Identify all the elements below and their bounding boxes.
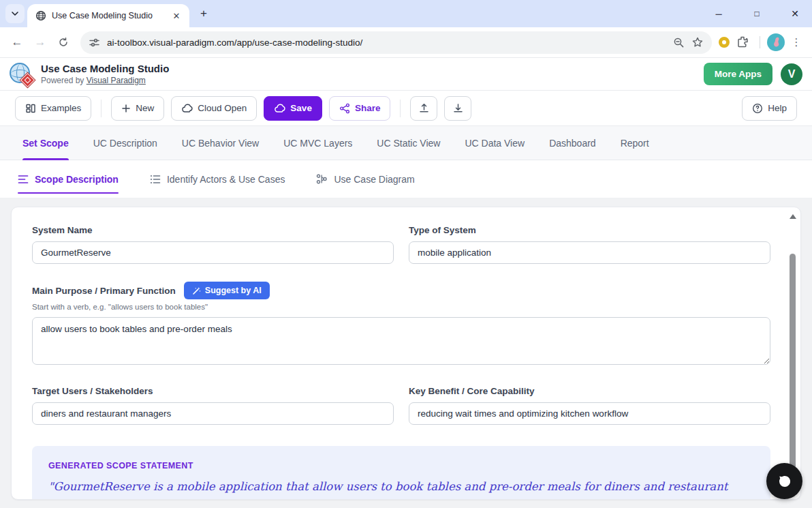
reload-icon[interactable] [53,32,74,53]
new-button[interactable]: New [111,96,164,121]
type-of-system-label: Type of System [409,225,770,235]
sub-tab-bar: Scope Description Identify Actors & Use … [0,160,812,198]
back-icon[interactable]: ← [7,32,27,53]
system-name-input[interactable] [32,241,394,264]
key-benefit-field-group: Key Benefit / Core Capability [409,386,770,425]
tab-uc-data-view[interactable]: UC Data View [465,126,525,160]
main-purpose-textarea[interactable]: allow users to book tables and pre-order… [32,317,770,365]
new-label: New [136,103,154,113]
tab-uc-mvc-layers[interactable]: UC MVC Layers [283,126,352,160]
scope-statement-text: "GourmetReserve is a mobile application … [48,478,754,500]
toolbar-separator [101,100,102,117]
save-label: Save [290,103,312,113]
share-icon [339,103,350,114]
system-name-label: System Name [32,225,394,235]
user-avatar[interactable]: V [781,63,802,85]
help-icon [752,103,763,114]
content-area: System Name Type of System Main Purpose … [0,198,812,508]
reload-glyph-icon [58,37,69,48]
browser-toolbar: ← → ai-toolbox.visual-paradigm.com/app/u… [0,27,812,58]
diagram-icon [316,174,328,184]
upload-button[interactable] [410,96,437,121]
card-scrollbar[interactable] [788,211,798,495]
app-header: Use Case Modeling Studio Powered by Visu… [0,58,812,91]
toolbar-separator [400,100,401,117]
target-users-field-group: Target Users / Stakeholders [32,386,394,425]
suggest-by-ai-button[interactable]: Suggest by AI [184,282,270,299]
scope-form-card: System Name Type of System Main Purpose … [11,207,801,500]
help-button[interactable]: Help [742,96,797,121]
powered-by: Powered by Visual Paradigm [41,76,169,85]
window-close-icon[interactable]: ✕ [786,8,804,19]
tab-set-scope[interactable]: Set Scope [22,126,69,160]
subtab-scope-description[interactable]: Scope Description [18,160,119,198]
suggest-by-ai-label: Suggest by AI [205,286,262,295]
zoom-icon[interactable] [673,37,685,48]
examples-label: Examples [41,103,81,113]
subtab-label: Scope Description [35,174,119,185]
cloud-open-button[interactable]: Cloud Open [171,96,257,121]
cloud-save-icon [274,103,285,113]
visual-paradigm-logo-icon [10,62,34,87]
tab-uc-description[interactable]: UC Description [93,126,157,160]
url-text[interactable]: ai-toolbox.visual-paradigm.com/app/use-c… [107,38,666,48]
share-label: Share [355,103,381,113]
main-purpose-field-group: Main Purpose / Primary Function Suggest … [32,282,770,368]
main-tab-bar: Set Scope UC Description UC Behavior Vie… [0,126,812,160]
visual-paradigm-link[interactable]: Visual Paradigm [87,76,146,85]
target-users-input[interactable] [32,402,394,425]
share-button[interactable]: Share [329,96,391,121]
tab-dashboard[interactable]: Dashboard [549,126,596,160]
window-maximize-icon[interactable]: □ [748,9,766,18]
tab-uc-static-view[interactable]: UC Static View [377,126,440,160]
main-purpose-hint: Start with a verb, e.g. "allows users to… [32,303,770,311]
forward-icon[interactable]: → [30,32,50,53]
bookmark-star-icon[interactable] [691,36,704,48]
browser-titlebar: Use Case Modeling Studio ✕ + ─ □ ✕ [0,0,812,27]
examples-grid-icon [25,103,36,114]
new-tab-button[interactable]: + [195,5,213,23]
download-icon [452,102,464,114]
powered-by-prefix: Powered by [41,76,87,85]
site-settings-icon[interactable] [89,37,100,48]
type-of-system-field-group: Type of System [409,225,770,264]
chat-widget-button[interactable] [766,463,802,499]
more-apps-button[interactable]: More Apps [704,63,772,85]
type-of-system-input[interactable] [409,241,770,264]
tab-report[interactable]: Report [621,126,649,160]
help-label: Help [768,103,787,113]
profile-avatar[interactable] [767,33,785,51]
main-purpose-label: Main Purpose / Primary Function [32,286,176,296]
tab-close-icon[interactable]: ✕ [170,10,183,22]
download-button[interactable] [444,96,471,121]
app-toolbar: Examples New Cloud Open Save Share Help [0,91,812,126]
globe-favicon-icon [35,10,46,21]
scroll-up-arrow-icon[interactable] [790,214,796,219]
tab-uc-behavior-view[interactable]: UC Behavior View [182,126,259,160]
subtab-use-case-diagram[interactable]: Use Case Diagram [316,160,414,198]
magic-wand-icon [192,286,201,295]
plus-icon [121,104,131,113]
key-benefit-label: Key Benefit / Core Capability [409,386,770,396]
system-name-field-group: System Name [32,225,394,264]
examples-button[interactable]: Examples [15,96,91,121]
tab-title: Use Case Modeling Studio [52,11,165,20]
address-bar[interactable]: ai-toolbox.visual-paradigm.com/app/use-c… [80,31,712,54]
tab-search-button[interactable] [5,4,25,23]
browser-tab[interactable]: Use Case Modeling Studio ✕ [27,4,189,27]
extensions-puzzle-icon[interactable] [732,32,753,53]
subtab-identify-actors[interactable]: Identify Actors & Use Cases [150,160,285,198]
extension-badge-icon[interactable] [719,37,730,48]
save-button[interactable]: Save [264,96,322,121]
window-minimize-icon[interactable]: ─ [710,9,728,19]
align-left-icon [18,175,29,184]
browser-menu-icon[interactable]: ⋮ [787,36,805,48]
target-users-label: Target Users / Stakeholders [32,386,394,396]
subtab-label: Use Case Diagram [334,174,414,185]
cloud-open-label: Cloud Open [198,103,247,113]
page-title: Use Case Modeling Studio [41,63,169,76]
upload-icon [418,102,430,114]
scrollbar-thumb[interactable] [790,254,796,495]
key-benefit-input[interactable] [409,402,770,425]
cloud-icon [181,103,193,113]
